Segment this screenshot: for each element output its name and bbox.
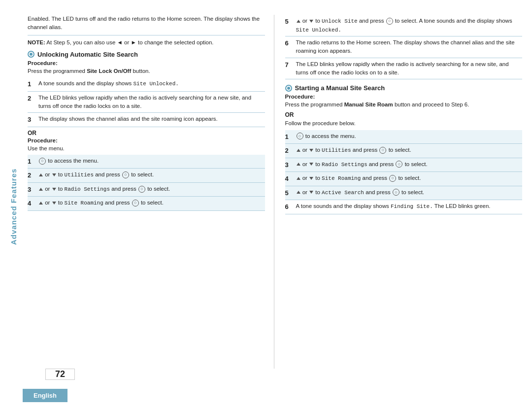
step-text: A tone sounds and the display shows Find… bbox=[296, 202, 523, 211]
arrow-up-icon bbox=[297, 149, 300, 152]
step-number: 2 bbox=[28, 171, 35, 180]
or-label-2: OR bbox=[285, 111, 523, 118]
step-list-2: 1 ○ to access the menu. 2 or to Utilitie… bbox=[285, 130, 523, 214]
step-text: or to Radio Settings and press ○ to sele… bbox=[38, 185, 265, 194]
step-item: 1 ○ to access the menu. bbox=[285, 130, 523, 144]
step-item: 7 The LED blinks yellow rapidly when the… bbox=[285, 58, 523, 80]
or-label-1: OR bbox=[28, 130, 265, 137]
arrow-up-icon bbox=[39, 202, 43, 205]
step-number: 1 bbox=[28, 79, 35, 89]
section1-bullet-icon bbox=[28, 51, 34, 58]
arrow-up-icon bbox=[39, 188, 43, 191]
ok-circle-icon: ○ bbox=[386, 18, 393, 25]
step-number: 6 bbox=[285, 38, 293, 48]
step-number: 1 bbox=[285, 132, 293, 142]
left-column: Enabled. The LED turns off and the radio… bbox=[23, 15, 274, 369]
step-item: 4 or to Site Roaming and press ○ to sele… bbox=[28, 197, 265, 211]
step-text: The radio returns to the Home screen. Th… bbox=[296, 38, 523, 56]
step-text: The LED blinks yellow rapidly when the r… bbox=[38, 94, 265, 111]
ok-circle-icon: ○ bbox=[379, 147, 386, 154]
section2-bullet-icon bbox=[285, 85, 292, 92]
section1-heading: Unlocking Automatic Site Search bbox=[28, 51, 265, 58]
step-number: 4 bbox=[285, 174, 293, 184]
note-label: NOTE: bbox=[28, 39, 45, 45]
intro-text: Enabled. The LED turns off and the radio… bbox=[28, 15, 265, 35]
step-item: 2 or to Utilities and press ○ to select. bbox=[285, 144, 523, 158]
arrow-down-icon bbox=[309, 191, 313, 194]
procedure-label-1: Procedure: bbox=[28, 60, 265, 66]
step-list-1b: 1 ○ to access the menu. 2 or to Utilitie… bbox=[28, 155, 265, 211]
ok-circle-icon: ○ bbox=[138, 186, 145, 193]
procedure-text-2: Press the programmed Manual Site Roam bu… bbox=[285, 101, 523, 109]
step-item: 2 The LED blinks yellow rapidly when the… bbox=[28, 92, 265, 113]
procedure-text-1: Press the programmed Site Lock On/Off bu… bbox=[28, 67, 265, 75]
note-content: At Step 5, you can also use ◄ or ► to ch… bbox=[46, 39, 213, 45]
step-number: 2 bbox=[285, 146, 293, 156]
follow-text: Follow the procedure below. bbox=[285, 119, 523, 128]
side-label: Advanced Features bbox=[4, 44, 23, 369]
note-text: NOTE: At Step 5, you can also use ◄ or ►… bbox=[28, 38, 265, 47]
step-number: 5 bbox=[285, 17, 293, 27]
step-text: or to Site Roaming and press ○ to select… bbox=[296, 174, 523, 183]
step-number: 7 bbox=[285, 60, 293, 70]
step-number: 4 bbox=[28, 199, 35, 208]
step-item: 1 ○ to access the menu. bbox=[28, 155, 265, 169]
step-list-1: 1 A tone sounds and the display shows Si… bbox=[28, 77, 265, 127]
arrow-down-icon bbox=[52, 188, 56, 191]
step-text: or to Site Roaming and press ○ to select… bbox=[38, 199, 265, 207]
step-item: 4 or to Site Roaming and press ○ to sele… bbox=[285, 172, 523, 186]
ok-circle-icon: ○ bbox=[132, 200, 139, 206]
page-wrapper: Advanced Features Enabled. The LED turns… bbox=[0, 0, 532, 411]
step-item: 2 or to Utilities and press ○ to select. bbox=[28, 169, 265, 183]
ok-circle-icon: ○ bbox=[396, 161, 402, 168]
right-column: 5 or to Unlock Site and press ○ to selec… bbox=[274, 15, 532, 369]
step-number: 3 bbox=[28, 115, 35, 125]
step-item: 6 The radio returns to the Home screen. … bbox=[285, 36, 523, 58]
section2-heading-text: Starting a Manual Site Search bbox=[295, 84, 385, 92]
arrow-down-icon bbox=[52, 173, 56, 176]
english-badge: English bbox=[23, 389, 67, 402]
arrow-down-icon bbox=[309, 177, 313, 180]
arrow-down-icon bbox=[309, 163, 313, 166]
arrow-up-icon bbox=[297, 20, 300, 23]
step-text: or to Utilities and press ○ to select. bbox=[38, 171, 265, 179]
ok-circle-icon: ○ bbox=[122, 171, 129, 178]
section1-heading-text: Unlocking Automatic Site Search bbox=[37, 51, 138, 58]
procedure-label-1b: Procedure: bbox=[28, 137, 265, 143]
arrow-up-icon bbox=[297, 177, 300, 180]
arrow-up-icon bbox=[39, 173, 43, 176]
step-item: 3 or to Radio Settings and press ○ to se… bbox=[28, 183, 265, 197]
step-item: 1 A tone sounds and the display shows Si… bbox=[28, 77, 265, 92]
section2-heading: Starting a Manual Site Search bbox=[285, 84, 523, 92]
arrow-down-icon bbox=[309, 149, 313, 152]
arrow-down-icon bbox=[309, 20, 313, 23]
menu-circle-icon: ○ bbox=[39, 158, 46, 165]
step-text: or to Utilities and press ○ to select. bbox=[296, 146, 523, 155]
step-text: or to Unlock Site and press ○ to select.… bbox=[296, 17, 523, 34]
content-area: Advanced Features Enabled. The LED turns… bbox=[0, 0, 532, 369]
step-text: The LED blinks yellow rapidly when the r… bbox=[296, 60, 523, 77]
step-number: 6 bbox=[285, 202, 293, 212]
bottom-section: 72 English bbox=[0, 369, 532, 411]
step-text: ○ to access the menu. bbox=[38, 157, 265, 165]
step-number: 3 bbox=[285, 160, 293, 170]
page-number: 72 bbox=[45, 369, 75, 380]
step-item: 5 or to Unlock Site and press ○ to selec… bbox=[285, 15, 523, 36]
step-text: or to Radio Settings and press ○ to sele… bbox=[296, 160, 523, 169]
ok-circle-icon: ○ bbox=[389, 175, 396, 182]
step-text: ○ to access the menu. bbox=[296, 132, 523, 140]
arrow-down-icon bbox=[52, 202, 56, 205]
two-columns: Enabled. The LED turns off and the radio… bbox=[23, 15, 532, 369]
step-number: 3 bbox=[28, 185, 35, 195]
step-number: 5 bbox=[285, 188, 293, 198]
step-text: or to Active Search and press ○ to selec… bbox=[296, 188, 523, 197]
procedure-text-1b: Use the menu. bbox=[28, 144, 265, 153]
arrow-up-icon bbox=[297, 191, 300, 194]
continued-steps: 5 or to Unlock Site and press ○ to selec… bbox=[285, 15, 523, 79]
step-item: 3 or to Radio Settings and press ○ to se… bbox=[285, 158, 523, 172]
arrow-up-icon bbox=[297, 163, 300, 166]
step-item: 6 A tone sounds and the display shows Fi… bbox=[285, 200, 523, 214]
procedure-label-2: Procedure: bbox=[285, 94, 523, 100]
step-number: 1 bbox=[28, 157, 35, 167]
step-text: A tone sounds and the display shows Site… bbox=[38, 79, 265, 88]
